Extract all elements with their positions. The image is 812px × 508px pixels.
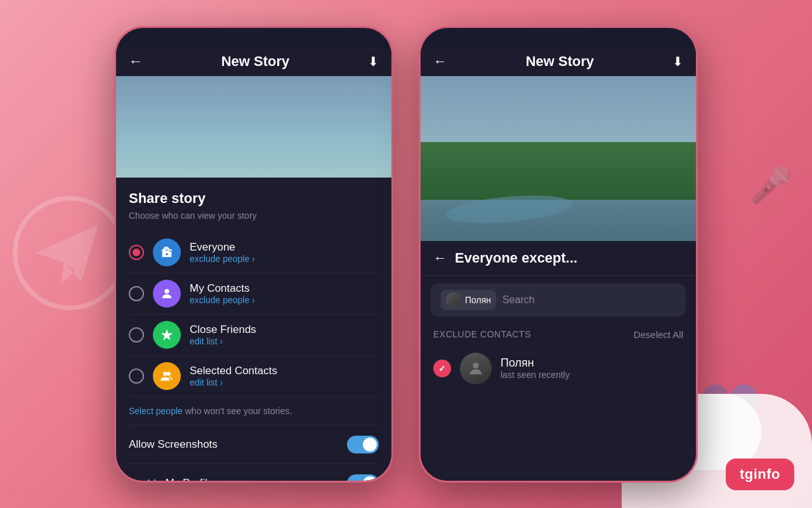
status-bar-1 (116, 28, 391, 48)
avatar-silhouette (460, 353, 492, 384)
search-input[interactable]: Search (502, 294, 676, 306)
contact-avatar-polyan (460, 353, 492, 384)
icon-everyone (153, 238, 181, 266)
option-selected-contacts[interactable]: Selected Contacts edit list › (129, 356, 379, 397)
select-people-row: Select people who won't see your stories… (129, 397, 379, 425)
phone-2: ← New Story ⬇ ← Everyone except... (419, 26, 698, 483)
contact-checkbox-polyan[interactable]: ✓ (433, 360, 451, 377)
landscape-trees (421, 142, 696, 200)
phone2-except-panel: ← Everyone except... Полян Search Exclud… (421, 241, 696, 481)
share-subtitle: Choose who can view your story (129, 211, 379, 221)
option-selected-contacts-subtext[interactable]: edit list › (190, 377, 277, 388)
checkbox-check-icon: ✓ (438, 363, 446, 374)
phone1-header: ← New Story ⬇ (116, 48, 391, 76)
tag-avatar (446, 292, 461, 308)
share-title: Share story (129, 190, 379, 207)
phone1-title: New Story (221, 53, 290, 70)
exclude-contacts-header: Exclude contacts Deselect All (421, 324, 696, 345)
svg-point-3 (163, 372, 167, 375)
radio-everyone-inner (133, 249, 140, 256)
icon-close-friends (153, 321, 181, 349)
toggle-screenshots[interactable]: Allow Screenshots (129, 425, 379, 464)
everyone-except-header: ← Everyone except... (421, 241, 696, 276)
option-everyone[interactable]: Everyone exclude people › (129, 232, 379, 273)
icon-my-contacts (153, 280, 181, 308)
option-everyone-text: Everyone exclude people › (190, 241, 255, 264)
option-my-contacts-text: My Contacts exclude people › (190, 282, 255, 305)
phone-1: ← New Story ⬇ Share story Choose who can… (114, 26, 393, 483)
everyone-except-back[interactable]: ← (433, 250, 447, 266)
toggle-screenshots-control[interactable] (347, 436, 379, 453)
contact-info-polyan: Полян last seen recently (501, 356, 570, 380)
phone1-story-image (116, 76, 391, 178)
contact-tag-polyan: Полян (441, 290, 496, 310)
option-close-friends-name: Close Friends (190, 323, 256, 336)
phone2-back-button[interactable]: ← (433, 53, 447, 70)
toggle-screenshots-label: Allow Screenshots (129, 438, 218, 451)
exclude-label: Exclude contacts (433, 329, 531, 339)
radio-close-friends[interactable] (129, 327, 144, 342)
option-everyone-subtext[interactable]: exclude people › (190, 254, 255, 264)
option-selected-contacts-name: Selected Contacts (190, 365, 277, 377)
option-close-friends-text: Close Friends edit list › (190, 323, 256, 346)
option-everyone-name: Everyone (190, 241, 255, 254)
option-close-friends[interactable]: Close Friends edit list › (129, 315, 379, 356)
option-my-contacts-name: My Contacts (190, 282, 255, 295)
bg-telegram-logo (13, 196, 127, 313)
svg-point-2 (164, 289, 169, 293)
option-my-contacts[interactable]: My Contacts exclude people › (129, 273, 379, 315)
option-selected-contacts-text: Selected Contacts edit list › (190, 365, 277, 388)
search-bar-container: Полян Search (431, 283, 686, 316)
toggle-post-profile-control[interactable] (347, 474, 379, 481)
select-people-suffix: who won't see your stories. (183, 406, 292, 416)
option-close-friends-subtext[interactable]: edit list › (190, 336, 256, 346)
toggle-post-profile[interactable]: Post to My Profile (129, 464, 379, 481)
status-bar-2 (421, 28, 696, 48)
radio-everyone[interactable] (129, 245, 144, 260)
deselect-all-button[interactable]: Deselect All (634, 329, 683, 340)
phone2-header: ← New Story ⬇ (421, 48, 696, 76)
tag-polyan-name: Полян (465, 295, 491, 305)
phone1-back-button[interactable]: ← (129, 53, 143, 70)
contact-status-polyan: last seen recently (501, 370, 570, 380)
phone2-download-icon[interactable]: ⬇ (672, 54, 683, 69)
phone1-share-panel: Share story Choose who can view your sto… (116, 178, 391, 481)
toggle-post-profile-label: Post to My Profile (129, 477, 213, 481)
tginfo-badge: tginfo (726, 459, 794, 490)
phones-container: ← New Story ⬇ Share story Choose who can… (114, 26, 698, 483)
icon-selected-contacts (153, 362, 181, 390)
radio-my-contacts[interactable] (129, 286, 144, 301)
landscape-sky (421, 76, 696, 142)
radio-selected-contacts[interactable] (129, 368, 144, 384)
select-people-link[interactable]: Select people (129, 406, 183, 416)
everyone-except-title: Everyone except... (455, 250, 577, 266)
phone2-story-image (421, 76, 696, 241)
svg-point-5 (473, 362, 478, 368)
contact-name-polyan: Полян (501, 356, 570, 370)
option-my-contacts-subtext[interactable]: exclude people › (190, 295, 255, 305)
phone1-download-icon[interactable]: ⬇ (368, 54, 379, 69)
svg-point-4 (167, 372, 171, 375)
phone2-title: New Story (526, 53, 594, 70)
contact-item-polyan[interactable]: ✓ Полян last seen recently (421, 345, 696, 392)
bg-microphone-icon: 🎤 (749, 165, 793, 206)
